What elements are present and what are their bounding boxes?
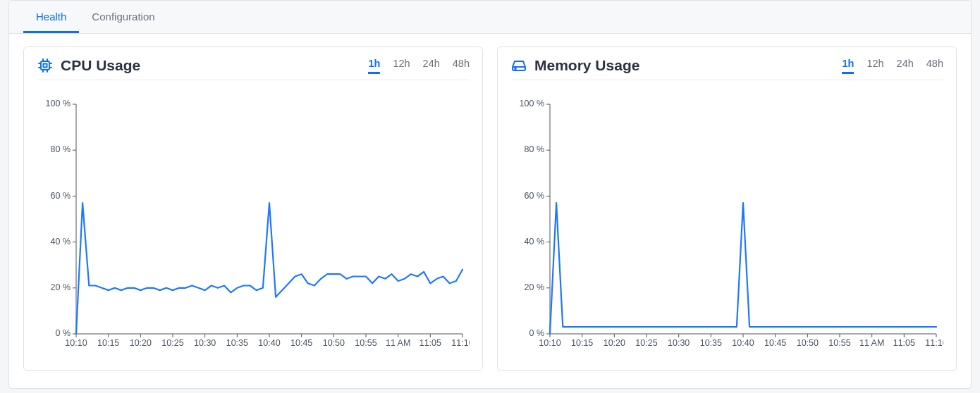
tabbar: Health Configuration bbox=[9, 1, 971, 34]
time-range-selector: 1h 12h 24h 48h bbox=[842, 58, 943, 74]
svg-text:10:30: 10:30 bbox=[668, 338, 690, 348]
svg-text:20 %: 20 % bbox=[525, 282, 545, 292]
svg-text:40 %: 40 % bbox=[525, 237, 545, 247]
range-48h[interactable]: 48h bbox=[453, 58, 470, 74]
svg-text:10:45: 10:45 bbox=[290, 338, 312, 348]
svg-text:10:50: 10:50 bbox=[797, 338, 819, 348]
cpu-icon bbox=[37, 57, 54, 74]
svg-text:10:10: 10:10 bbox=[65, 338, 87, 348]
svg-text:10:20: 10:20 bbox=[604, 338, 625, 348]
panel: Health Configuration bbox=[8, 0, 972, 389]
svg-text:11:05: 11:05 bbox=[419, 338, 441, 348]
card-memory-usage: Memory Usage 1h 12h 24h 48h 0 %20 %40 %6… bbox=[497, 46, 957, 371]
card-cpu-usage: CPU Usage 1h 12h 24h 48h 0 %20 %40 %60 %… bbox=[23, 46, 483, 371]
svg-text:11 AM: 11 AM bbox=[859, 338, 884, 348]
card-header: CPU Usage 1h 12h 24h 48h bbox=[37, 57, 470, 80]
svg-text:10:55: 10:55 bbox=[828, 338, 850, 348]
range-12h[interactable]: 12h bbox=[866, 58, 883, 74]
memory-chart: 0 %20 %40 %60 %80 %100 %10:1010:1510:201… bbox=[510, 97, 943, 358]
svg-text:11:05: 11:05 bbox=[893, 338, 915, 348]
svg-text:10:25: 10:25 bbox=[161, 338, 183, 348]
time-range-selector: 1h 12h 24h 48h bbox=[368, 58, 470, 74]
cards-row: CPU Usage 1h 12h 24h 48h 0 %20 %40 %60 %… bbox=[9, 34, 971, 388]
range-1h[interactable]: 1h bbox=[842, 58, 854, 74]
range-1h[interactable]: 1h bbox=[368, 58, 380, 74]
svg-text:60 %: 60 % bbox=[51, 191, 71, 201]
card-header: Memory Usage 1h 12h 24h 48h bbox=[510, 57, 943, 80]
tab-configuration[interactable]: Configuration bbox=[79, 1, 167, 33]
svg-text:100 %: 100 % bbox=[46, 99, 71, 108]
svg-text:10:40: 10:40 bbox=[732, 338, 754, 348]
svg-text:10:50: 10:50 bbox=[323, 338, 345, 348]
svg-text:0 %: 0 % bbox=[55, 328, 71, 338]
svg-text:11:10: 11:10 bbox=[451, 338, 470, 348]
svg-text:60 %: 60 % bbox=[525, 191, 545, 201]
svg-text:10:15: 10:15 bbox=[571, 338, 593, 348]
svg-rect-1 bbox=[44, 64, 47, 68]
svg-text:100 %: 100 % bbox=[520, 99, 544, 108]
svg-point-51 bbox=[515, 68, 516, 70]
svg-rect-0 bbox=[41, 61, 49, 70]
range-24h[interactable]: 24h bbox=[423, 58, 440, 74]
drive-icon bbox=[510, 57, 527, 74]
svg-text:10:40: 10:40 bbox=[258, 338, 280, 348]
svg-text:10:45: 10:45 bbox=[764, 338, 786, 348]
card-title: Memory Usage bbox=[534, 57, 639, 74]
range-48h[interactable]: 48h bbox=[926, 58, 943, 74]
svg-text:10:35: 10:35 bbox=[700, 338, 722, 348]
svg-text:80 %: 80 % bbox=[51, 144, 71, 154]
svg-text:0 %: 0 % bbox=[529, 328, 544, 338]
tab-health[interactable]: Health bbox=[23, 1, 79, 33]
svg-text:10:25: 10:25 bbox=[635, 338, 657, 348]
svg-text:40 %: 40 % bbox=[51, 237, 71, 247]
svg-text:10:30: 10:30 bbox=[194, 338, 216, 348]
card-title: CPU Usage bbox=[61, 57, 140, 74]
svg-text:10:10: 10:10 bbox=[539, 338, 561, 348]
range-24h[interactable]: 24h bbox=[897, 58, 914, 74]
svg-text:10:20: 10:20 bbox=[130, 338, 152, 348]
svg-text:11:10: 11:10 bbox=[925, 338, 943, 348]
svg-text:11 AM: 11 AM bbox=[386, 338, 410, 348]
svg-text:10:55: 10:55 bbox=[355, 338, 376, 348]
svg-text:80 %: 80 % bbox=[525, 144, 545, 154]
svg-text:10:15: 10:15 bbox=[97, 338, 119, 348]
svg-text:20 %: 20 % bbox=[51, 282, 71, 292]
svg-text:10:35: 10:35 bbox=[226, 338, 248, 348]
range-12h[interactable]: 12h bbox=[393, 58, 410, 74]
cpu-chart: 0 %20 %40 %60 %80 %100 %10:1010:1510:201… bbox=[37, 97, 470, 358]
